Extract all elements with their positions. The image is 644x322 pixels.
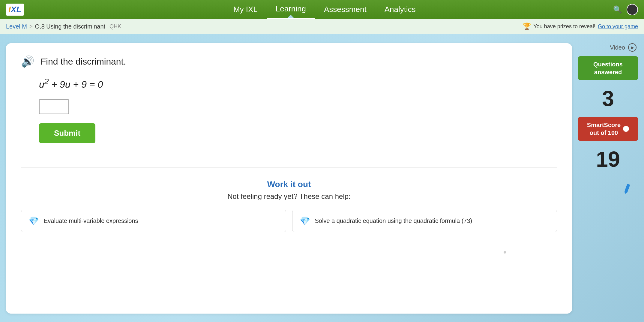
trophy-icon: 🏆 — [523, 23, 531, 30]
pencil-area — [578, 184, 638, 196]
prize-link[interactable]: Go to your game — [598, 23, 638, 30]
diamond-icon-2: 💎 — [300, 216, 310, 226]
logo-xl: XL — [11, 5, 22, 14]
smartscore-button[interactable]: SmartScore out of 100 i — [578, 117, 638, 141]
main-area: 🔊 Find the discriminant. u2 + 9u + 9 = 0… — [0, 34, 644, 322]
help-link-2-label: Solve a quadratic equation using the qua… — [315, 217, 472, 224]
avatar[interactable] — [627, 4, 638, 15]
speaker-icon[interactable]: 🔊 — [21, 55, 34, 68]
nav-links: My IXL Learning Assessment Analytics — [36, 0, 613, 19]
logo-area[interactable]: I XL — [6, 4, 24, 16]
pencil-icon — [623, 184, 635, 196]
breadcrumb: Level M > O.8 Using the discriminant QHK — [6, 23, 121, 30]
content-card: 🔊 Find the discriminant. u2 + 9u + 9 = 0… — [6, 43, 572, 314]
logo-i: I — [8, 5, 11, 14]
questions-count: 3 — [578, 83, 638, 114]
help-link-1[interactable]: 💎 Evaluate multi-variable expressions — [21, 210, 286, 232]
equation-superscript: 2 — [44, 77, 49, 86]
prize-notice: 🏆 You have prizes to reveal! Go to your … — [523, 23, 638, 30]
right-sidebar: Video ▶ Questions answered 3 SmartScore … — [578, 43, 638, 314]
breadcrumb-level[interactable]: Level M — [6, 23, 27, 30]
breadcrumb-lesson: O.8 Using the discriminant — [35, 23, 106, 30]
equation-variable: u — [39, 79, 44, 90]
video-row: Video ▶ — [578, 43, 638, 52]
questions-answered-button[interactable]: Questions answered — [578, 56, 638, 80]
search-icon[interactable]: 🔍 — [613, 5, 622, 14]
bottom-section: Work it out Not feeling ready yet? These… — [21, 167, 557, 232]
help-link-1-label: Evaluate multi-variable expressions — [44, 217, 138, 224]
answer-input[interactable] — [39, 99, 69, 114]
nav-link-analytics[interactable]: Analytics — [376, 0, 425, 19]
breadcrumb-code: QHK — [109, 23, 121, 30]
breadcrumb-separator: > — [29, 23, 33, 30]
top-navigation: I XL My IXL Learning Assessment Analytic… — [0, 0, 644, 19]
equation-rest: + 9u + 9 = 0 — [49, 79, 103, 90]
video-play-button[interactable]: ▶ — [628, 43, 637, 52]
nav-right: 🔍 — [613, 4, 638, 15]
smartscore-label: SmartScore out of 100 — [587, 121, 621, 137]
nav-link-assessment[interactable]: Assessment — [315, 0, 376, 19]
info-icon[interactable]: i — [623, 126, 629, 132]
svg-rect-0 — [625, 184, 630, 193]
prize-text: You have prizes to reveal! — [533, 23, 595, 30]
help-links: 💎 Evaluate multi-variable expressions 💎 … — [21, 210, 557, 232]
submit-button[interactable]: Submit — [39, 123, 95, 143]
question-text: Find the discriminant. — [40, 56, 126, 67]
diamond-icon-1: 💎 — [28, 216, 39, 226]
work-it-out-heading: Work it out — [21, 180, 557, 189]
video-label: Video — [610, 44, 625, 51]
math-equation: u2 + 9u + 9 = 0 — [39, 77, 557, 90]
help-link-2[interactable]: 💎 Solve a quadratic equation using the q… — [292, 210, 557, 232]
not-feeling-ready-text: Not feeling ready yet? These can help: — [21, 192, 557, 201]
logo-box: I XL — [6, 4, 24, 16]
breadcrumb-bar: Level M > O.8 Using the discriminant QHK… — [0, 19, 644, 34]
decorative-dot — [504, 251, 506, 254]
question-prompt: 🔊 Find the discriminant. — [21, 55, 557, 68]
nav-link-myixl[interactable]: My IXL — [224, 0, 267, 19]
smartscore-value: 19 — [578, 144, 638, 175]
nav-link-learning[interactable]: Learning — [267, 0, 315, 19]
